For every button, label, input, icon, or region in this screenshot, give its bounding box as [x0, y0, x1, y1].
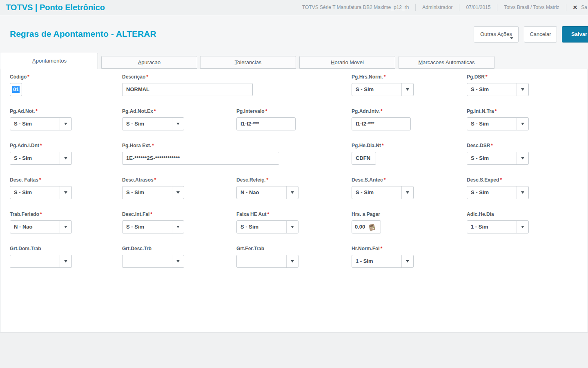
required-asterisk: *: [146, 74, 148, 80]
hrs-a-pagar-input[interactable]: 0.00: [352, 220, 381, 233]
pg-ad-not-select[interactable]: S - Sim: [10, 117, 72, 130]
logout-button[interactable]: ✕ Sa: [566, 4, 588, 11]
pg-hora-ext-input[interactable]: 1E-******2S-************: [122, 152, 279, 165]
tab-apontamentos[interactable]: Apontamentos: [1, 53, 98, 69]
cancel-button[interactable]: Cancelar: [524, 26, 557, 43]
faixa-he-aut-select[interactable]: S - Sim: [236, 220, 298, 233]
chevron-down-icon[interactable]: [517, 118, 528, 130]
field-label-text: Descrição: [122, 74, 145, 80]
desc-s-exped-select[interactable]: S - Sim: [467, 186, 529, 199]
chevron-down-icon[interactable]: [172, 186, 184, 199]
desc-int-fal-select[interactable]: S - Sim: [122, 220, 184, 233]
field-label-text: Hrs. a Pagar: [352, 211, 380, 217]
descricao-input[interactable]: NORMAL: [122, 83, 253, 96]
tab-marcacoes-automaticas[interactable]: Marcacoes Automaticas: [399, 56, 494, 69]
pg-adn-i-dnt-select[interactable]: S - Sim: [10, 152, 72, 165]
triangle-glyph: [406, 88, 409, 91]
field-label-text: Grt.Dom.Trab: [10, 246, 41, 251]
field-label: Adic.He.Dia: [467, 211, 529, 218]
chevron-down-icon[interactable]: [172, 255, 184, 267]
field-label: Pg.DSR*: [467, 74, 529, 80]
close-icon[interactable]: ✕: [573, 4, 578, 11]
field-label: Pg.Ad.Not.*: [10, 108, 72, 114]
required-asterisk: *: [384, 74, 386, 80]
tab-label: orario Movel: [334, 59, 364, 65]
field-label: Desc. Faltas*: [10, 177, 72, 183]
field-label-text: Pg.Intervalo: [236, 108, 265, 114]
triangle-glyph: [291, 260, 294, 263]
field-pg-adn-i-dnt: Pg.Adn.I.Dnt*S - Sim: [10, 143, 72, 165]
topbar-item-07-01-2015: 07/01/2015: [459, 4, 497, 10]
pg-adn-intv-input[interactable]: I1-I2-***: [352, 117, 411, 130]
grt-fer-trab-select[interactable]: [236, 255, 298, 268]
chevron-down-icon[interactable]: [60, 255, 71, 267]
tab-tolerancias[interactable]: Tolerancias: [200, 56, 296, 69]
pg-he-dia-nt-input[interactable]: CDFN: [352, 152, 376, 165]
desc-atrasos-select[interactable]: S - Sim: [122, 186, 184, 199]
grt-desc-trb-select[interactable]: [122, 255, 184, 268]
grt-dom-trab-select[interactable]: [10, 255, 72, 268]
app-brand: TOTVS | Ponto Eletrônico: [6, 3, 105, 12]
select-value: S - Sim: [467, 118, 517, 130]
chevron-down-icon[interactable]: [517, 152, 528, 164]
desc-faltas-select[interactable]: S - Sim: [10, 186, 72, 199]
chevron-down-icon[interactable]: [517, 186, 528, 199]
chevron-down-icon[interactable]: [401, 83, 413, 96]
field-label: Código*: [10, 74, 29, 80]
field-desc-int-fal: Desc.Int.Fal*S - Sim: [122, 211, 184, 233]
pg-hrs-norm-select[interactable]: S - Sim: [352, 83, 414, 96]
field-label-text: Pg.Int.N.Tra: [467, 108, 494, 114]
hr-norm-fol-select[interactable]: 1 - Sim: [352, 255, 414, 268]
chevron-down-icon[interactable]: [401, 255, 413, 267]
field-label-text: Desc.Int.Fal: [122, 211, 149, 217]
input-value: I1-I2-***: [356, 121, 374, 127]
calculator-icon[interactable]: [368, 224, 376, 231]
chevron-down-icon[interactable]: [60, 221, 71, 233]
topbar-item-totvs-brasil-totvs-matriz[interactable]: Totvs Brasil / Totvs Matriz: [497, 4, 566, 10]
pg-intervalo-input[interactable]: I1-I2-***: [236, 117, 296, 130]
pg-dsr-select[interactable]: S - Sim: [467, 83, 529, 96]
other-actions-button[interactable]: Outras Ações: [474, 26, 519, 43]
select-value: S - Sim: [122, 221, 172, 233]
codigo-input[interactable]: 01: [10, 83, 22, 96]
field-label: Desc.S.Exped*: [467, 177, 529, 183]
required-asterisk: *: [382, 143, 384, 148]
triangle-glyph: [64, 157, 67, 159]
pg-int-n-tra-select[interactable]: S - Sim: [467, 117, 529, 130]
field-pg-int-n-tra: Pg.Int.N.Tra*S - Sim: [467, 108, 529, 130]
input-value: 01: [12, 86, 20, 93]
desc-dsr-select[interactable]: S - Sim: [467, 152, 529, 165]
save-button[interactable]: Salvar: [562, 26, 588, 43]
select-value: S - Sim: [10, 152, 60, 164]
desc-s-antec-select[interactable]: S - Sim: [352, 186, 414, 199]
logout-label: Sa: [581, 4, 587, 10]
chevron-down-icon[interactable]: [60, 118, 71, 130]
field-label-text: Grt.Fer.Trab: [236, 246, 264, 251]
tab-apuracao[interactable]: Apuracao: [101, 56, 197, 69]
topbar-item-administrador[interactable]: Administrador: [416, 4, 459, 10]
adic-he-dia-select[interactable]: 1 - Sim: [467, 220, 529, 233]
field-label-text: Pg.Adn.I.Dnt: [10, 143, 39, 148]
caret-down-icon: [510, 37, 514, 39]
field-pg-ad-not-ex: Pg.Ad.Not.Ex*S - Sim: [122, 108, 184, 130]
chevron-down-icon[interactable]: [172, 221, 184, 233]
desc-refeic-select[interactable]: N - Nao: [236, 186, 298, 199]
field-hrs-a-pagar: Hrs. a Pagar0.00: [352, 211, 381, 233]
required-asterisk: *: [40, 143, 42, 148]
trab-feriado-select[interactable]: N - Nao: [10, 220, 72, 233]
chevron-down-icon[interactable]: [517, 221, 528, 233]
chevron-down-icon[interactable]: [286, 186, 298, 199]
required-asterisk: *: [500, 177, 502, 183]
chevron-down-icon[interactable]: [60, 152, 71, 164]
field-desc-s-exped: Desc.S.Exped*S - Sim: [467, 177, 529, 199]
chevron-down-icon[interactable]: [60, 186, 71, 199]
chevron-down-icon[interactable]: [401, 186, 413, 199]
field-label: Desc.Refeiç.*: [236, 177, 298, 183]
chevron-down-icon[interactable]: [286, 221, 298, 233]
chevron-down-icon[interactable]: [286, 255, 298, 267]
tab-horario-movel[interactable]: Horario Movel: [299, 56, 395, 69]
chevron-down-icon[interactable]: [517, 83, 528, 96]
field-pg-adn-intv: Pg.Adn.Intv.*I1-I2-***: [352, 108, 411, 130]
chevron-down-icon[interactable]: [172, 118, 184, 130]
pg-ad-not-ex-select[interactable]: S - Sim: [122, 117, 184, 130]
